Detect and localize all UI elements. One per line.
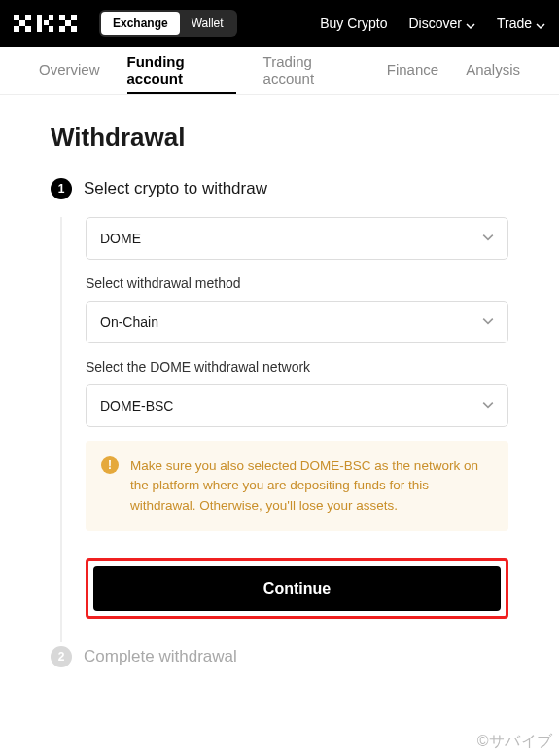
crypto-select[interactable]: DOME xyxy=(86,217,508,260)
svg-rect-3 xyxy=(14,26,19,32)
chevron-down-icon xyxy=(482,314,494,330)
svg-rect-0 xyxy=(14,15,19,20)
svg-rect-12 xyxy=(59,26,65,32)
svg-rect-9 xyxy=(59,15,65,20)
method-label: Select withdrawal method xyxy=(86,275,508,291)
tab-funding-account[interactable]: Funding account xyxy=(127,47,236,94)
svg-rect-10 xyxy=(71,15,77,20)
svg-rect-13 xyxy=(71,26,77,32)
chevron-down-icon xyxy=(466,18,475,28)
tab-finance[interactable]: Finance xyxy=(387,47,438,94)
account-tabs: Overview Funding account Trading account… xyxy=(0,47,559,95)
topbar: Exchange Wallet Buy Crypto Discover Trad… xyxy=(0,0,559,47)
nav-buy-crypto[interactable]: Buy Crypto xyxy=(320,16,387,31)
network-select-value: DOME-BSC xyxy=(100,398,173,414)
crypto-select-value: DOME xyxy=(100,231,141,246)
tab-overview[interactable]: Overview xyxy=(39,47,100,94)
okx-logo[interactable] xyxy=(14,13,82,34)
svg-rect-2 xyxy=(19,20,25,26)
warning-icon-mark: ! xyxy=(101,456,119,474)
page-title: Withdrawal xyxy=(51,123,508,153)
chevron-down-icon xyxy=(482,231,494,246)
nav-discover[interactable]: Discover xyxy=(408,16,474,31)
svg-rect-1 xyxy=(25,15,31,20)
step-1-body: DOME Select withdrawal method On-Chain S… xyxy=(60,217,508,642)
wallet-toggle[interactable]: Wallet xyxy=(180,12,235,35)
top-nav: Buy Crypto Discover Trade xyxy=(320,16,545,31)
method-select[interactable]: On-Chain xyxy=(86,301,508,343)
continue-highlight: Continue xyxy=(86,558,508,619)
step-1-badge: 1 xyxy=(51,178,72,199)
mode-toggle: Exchange Wallet xyxy=(99,10,237,37)
nav-trade[interactable]: Trade xyxy=(497,16,545,31)
continue-button[interactable]: Continue xyxy=(93,566,501,611)
step-2-header: 2 Complete withdrawal xyxy=(51,646,508,667)
watermark: ©サバイブ xyxy=(477,732,553,752)
chevron-down-icon xyxy=(536,18,545,28)
nav-buy-label: Buy Crypto xyxy=(320,16,387,31)
warning-icon: ! xyxy=(101,456,119,516)
warning-text: Make sure you also selected DOME-BSC as … xyxy=(130,456,493,516)
svg-rect-7 xyxy=(49,15,53,20)
svg-rect-5 xyxy=(37,15,42,32)
chevron-down-icon xyxy=(482,398,494,414)
svg-rect-6 xyxy=(44,20,49,25)
tab-analysis[interactable]: Analysis xyxy=(466,47,520,94)
main-content: Withdrawal 1 Select crypto to withdraw D… xyxy=(0,95,559,642)
step-2-title: Complete withdrawal xyxy=(84,647,237,666)
svg-rect-4 xyxy=(25,26,31,32)
step-1-title: Select crypto to withdraw xyxy=(84,179,267,198)
step-1-header: 1 Select crypto to withdraw xyxy=(51,178,508,199)
svg-rect-11 xyxy=(65,20,71,26)
nav-discover-label: Discover xyxy=(408,16,461,31)
network-label: Select the DOME withdrawal network xyxy=(86,359,508,375)
svg-rect-8 xyxy=(49,26,53,32)
nav-trade-label: Trade xyxy=(497,16,532,31)
tab-trading-account[interactable]: Trading account xyxy=(263,47,360,94)
network-warning: ! Make sure you also selected DOME-BSC a… xyxy=(86,441,508,531)
method-select-value: On-Chain xyxy=(100,314,158,330)
network-select[interactable]: DOME-BSC xyxy=(86,384,508,427)
exchange-toggle[interactable]: Exchange xyxy=(101,12,180,35)
step-2: 2 Complete withdrawal xyxy=(0,646,559,667)
step-2-badge: 2 xyxy=(51,646,72,667)
